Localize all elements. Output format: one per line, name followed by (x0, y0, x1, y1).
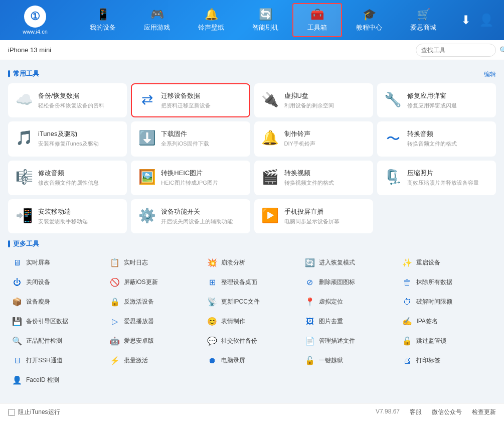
common-tools-grid: ☁️ 备份/恢复数据 轻松备份和恢复设备的资料 ⇄ 迁移设备数据 把资料迁移至新… (8, 83, 496, 233)
download-icon[interactable]: ⬇ (461, 13, 471, 27)
common-tools-title: 常用工具 (8, 69, 39, 78)
more-tool-player[interactable]: ▷ 爱思播放器 (106, 312, 204, 331)
device-name: iPhone 13 mini (8, 46, 51, 54)
tool-itunes[interactable]: 🎵 iTunes及驱动 安装和修复iTunes及驱动 (8, 121, 127, 157)
firmware-icon: ⬇️ (138, 129, 156, 146)
nav-item-smart-flash[interactable]: 🔄 智能刷机 (238, 3, 292, 37)
more-tool-label-ssh: 打开SSH通道 (26, 356, 63, 365)
more-tool-print[interactable]: 🖨 打印标签 (398, 351, 496, 370)
user-icon[interactable]: 👤 (479, 13, 494, 27)
nav-item-apps[interactable]: 🎮 应用游戏 (130, 3, 184, 37)
more-tool-crash[interactable]: 💥 崩溃分析 (203, 253, 301, 272)
more-tool-realtime-screen[interactable]: 🖥 实时屏幕 (8, 253, 106, 272)
more-tool-batch[interactable]: ⚡ 批量激活 (106, 351, 204, 370)
more-tool-backup-part[interactable]: 💾 备份引导区数据 (8, 312, 106, 331)
more-tool-emoji[interactable]: 😊 表情制作 (203, 312, 301, 331)
more-tool-location[interactable]: 📍 虚拟定位 (301, 293, 399, 311)
nav-item-my-device[interactable]: 📱 我的设备 (76, 3, 130, 37)
tool-desc-ringtone: DIY手机铃声 (284, 140, 366, 148)
organize-icon: ⊞ (207, 277, 217, 287)
more-tool-ipa[interactable]: ✍ IPA签名 (398, 312, 496, 331)
more-tool-label-android: 爱思安卓版 (124, 337, 154, 345)
tool-firmware[interactable]: ⬇️ 下载固件 全系列iOS固件下载 (131, 121, 250, 157)
tool-fix-app[interactable]: 🔧 修复应用弹窗 修复应用弹窗或闪退 (377, 83, 496, 117)
tool-screen-mirror[interactable]: ▶️ 手机投屏直播 电脑同步显示设备屏幕 (254, 199, 373, 233)
nav-item-ringtone[interactable]: 🔔 铃声壁纸 (184, 3, 238, 37)
block-itunes-checkbox[interactable] (8, 409, 15, 416)
more-tool-slim[interactable]: 📦 设备瘦身 (8, 293, 106, 311)
more-tool-skip-super[interactable]: 🔓 跳过监管锁 (398, 332, 496, 350)
tool-ringtone[interactable]: 🔔 制作铃声 DIY手机铃声 (254, 121, 373, 157)
more-tool-ipcc[interactable]: 📡 更新IPCC文件 (203, 293, 301, 311)
edit-button[interactable]: 编辑 (484, 70, 496, 79)
nav-label-store: 爱思商城 (410, 23, 436, 32)
more-tool-restart[interactable]: ✨ 重启设备 (398, 253, 496, 272)
more-tool-photo-dedup[interactable]: 🖼 图片去重 (301, 312, 399, 331)
footer: 阻止iTunes运行 V7.98.67 客服 微信公众号 检查更新 (0, 403, 504, 421)
more-tool-label-print: 打印标签 (416, 356, 440, 365)
device-icon: 📱 (96, 8, 110, 21)
footer-check-update[interactable]: 检查更新 (472, 408, 496, 416)
more-tool-del-icon[interactable]: ⊘ 删除顽固图标 (301, 273, 399, 292)
tool-name-mobile: 安装移动端 (38, 207, 120, 216)
more-tool-label-block: 屏蔽iOS更新 (124, 278, 158, 287)
restart-icon: ✨ (402, 258, 412, 267)
nav-item-store[interactable]: 🛒 爱思商城 (396, 3, 450, 37)
more-tool-label-backup-part: 备份引导区数据 (26, 317, 68, 326)
toolbox-icon: 🧰 (310, 8, 324, 21)
tool-backup-restore[interactable]: ☁️ 备份/恢复数据 轻松备份和恢复设备的资料 (8, 83, 127, 117)
more-tool-desc[interactable]: 📄 管理描述文件 (301, 332, 399, 350)
mobile-icon: 📲 (15, 207, 33, 224)
more-tool-organize[interactable]: ⊞ 整理设备桌面 (203, 273, 301, 292)
more-tool-ssh[interactable]: 🖥 打开SSH通道 (8, 351, 106, 370)
more-tool-jailbreak[interactable]: 🔓 一键越狱 (301, 351, 399, 370)
tool-heic[interactable]: 🖼️ 转换HEIC图片 HEIC图片转成JPG图片 (131, 161, 250, 195)
realtime-screen-icon: 🖥 (12, 258, 22, 267)
more-tool-label-player: 爱思播放器 (124, 317, 154, 326)
logo-icon[interactable]: ① (24, 6, 46, 28)
more-tool-block-update[interactable]: 🚫 屏蔽iOS更新 (106, 273, 204, 292)
more-tool-label-batch: 批量激活 (124, 356, 148, 365)
main-content: 常用工具 编辑 ☁️ 备份/恢复数据 轻松备份和恢复设备的资料 ⇄ 迁移设备数据… (0, 60, 504, 403)
tool-name-ringtone: 制作铃声 (284, 129, 366, 138)
tool-name-firmware: 下载固件 (161, 129, 243, 138)
more-tool-time-limit[interactable]: ⏱ 破解时间限额 (398, 293, 496, 311)
tool-virtual-usb[interactable]: 🔌 虚拟U盘 利用设备的剩余空间 (254, 83, 373, 117)
more-tool-log[interactable]: 📋 实时日志 (106, 253, 204, 272)
itunes-icon: 🎵 (15, 129, 33, 146)
more-tool-recovery[interactable]: 🔄 进入恢复模式 (301, 253, 399, 272)
tool-migrate-data[interactable]: ⇄ 迁移设备数据 把资料迁移至新设备 (131, 83, 250, 117)
more-tool-label-time: 破解时间限额 (416, 298, 452, 306)
tool-compress[interactable]: 🗜️ 压缩照片 高效压缩照片并释放设备容量 (377, 161, 496, 195)
more-tool-wipe[interactable]: 🗑 抹除所有数据 (398, 273, 496, 292)
more-tool-android[interactable]: 🤖 爱思安卓版 (106, 332, 204, 350)
more-tool-label-emoji: 表情制作 (221, 317, 245, 326)
nav-item-toolbox[interactable]: 🧰 工具箱 (292, 3, 342, 37)
more-tool-genuine[interactable]: 🔍 正品配件检测 (8, 332, 106, 350)
log-icon: 📋 (110, 258, 120, 267)
tool-device-features[interactable]: ⚙️ 设备功能开关 开启或关闭设备上的辅助功能 (131, 199, 250, 233)
tool-name-mirror: 手机投屏直播 (284, 207, 366, 216)
edit-audio-icon: 🎼 (15, 169, 33, 185)
more-tool-faceid[interactable]: 👤 FaceID 检测 (8, 371, 106, 389)
search-box[interactable]: 🔍 (416, 44, 496, 57)
tool-video[interactable]: 🎬 转换视频 转换视频文件的格式 (254, 161, 373, 195)
more-tool-label-location: 虚拟定位 (319, 298, 343, 306)
tool-edit-audio[interactable]: 🎼 修改音频 修改音频文件的属性信息 (8, 161, 127, 195)
footer-wechat[interactable]: 微信公众号 (432, 408, 462, 416)
tool-install-mobile[interactable]: 📲 安装移动端 安装爱思助手移动端 (8, 199, 127, 233)
player-icon: ▷ (110, 317, 120, 326)
footer-customer-service[interactable]: 客服 (410, 408, 422, 416)
search-input[interactable] (421, 47, 496, 54)
heic-icon: 🖼️ (138, 169, 156, 185)
more-tool-deactivate[interactable]: 🔒 反激活设备 (106, 293, 204, 311)
nav-label-tutorial: 教程中心 (356, 23, 382, 32)
nav-item-tutorial[interactable]: 🎓 教程中心 (342, 3, 396, 37)
more-tool-social[interactable]: 💬 社交软件备份 (203, 332, 301, 350)
more-tool-shutdown[interactable]: ⏻ 关闭设备 (8, 273, 106, 292)
more-tool-record[interactable]: ⏺ 电脑录屏 (203, 351, 301, 370)
tool-desc-backup: 轻松备份和恢复设备的资料 (38, 102, 120, 109)
tool-convert-audio[interactable]: 〜 转换音频 转换音频文件的格式 (377, 121, 496, 157)
nav-label-device: 我的设备 (90, 23, 116, 32)
block-update-icon: 🚫 (110, 277, 120, 287)
